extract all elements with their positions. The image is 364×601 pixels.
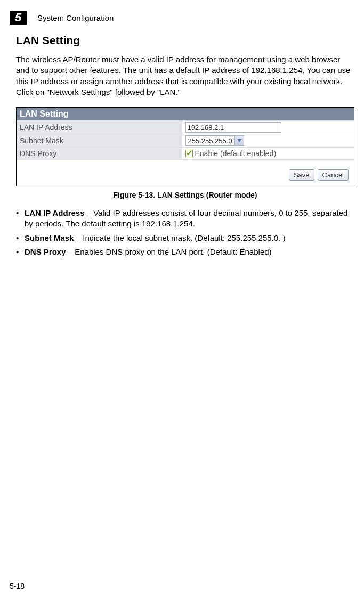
lan-setting-table: LAN IP Address Subnet Mask 255.255.255.0… <box>17 121 354 160</box>
list-item: • LAN IP Address – Valid IP addresses co… <box>16 208 354 230</box>
bullet-term: LAN IP Address <box>25 208 85 217</box>
bullet-dot-icon: • <box>16 233 25 243</box>
subnet-mask-select[interactable]: 255.255.255.0 <box>185 135 244 146</box>
bullet-list: • LAN IP Address – Valid IP addresses co… <box>16 208 354 257</box>
cancel-button[interactable]: Cancel <box>318 169 349 181</box>
dns-proxy-checkbox-label: Enable (default:enabled) <box>195 149 277 158</box>
save-button[interactable]: Save <box>289 169 314 181</box>
bullet-body: Subnet Mask – Indicate the local subnet … <box>25 233 354 243</box>
chevron-down-icon <box>234 136 244 145</box>
subnet-mask-value-cell: 255.255.255.0 <box>182 134 354 148</box>
subnet-mask-selected-value: 255.255.255.0 <box>186 137 234 145</box>
bullet-body: LAN IP Address – Valid IP addresses cons… <box>25 208 354 230</box>
page-number: 5-18 <box>10 582 25 590</box>
lan-ip-input[interactable] <box>185 122 281 133</box>
intro-paragraph: The wireless AP/Router must have a valid… <box>16 54 354 98</box>
list-item: • Subnet Mask – Indicate the local subne… <box>16 233 354 243</box>
list-item: • DNS Proxy – Enables DNS proxy on the L… <box>16 247 354 257</box>
subnet-mask-label: Subnet Mask <box>17 134 182 148</box>
dns-proxy-checkbox-wrap: Enable (default:enabled) <box>185 149 277 158</box>
dns-proxy-checkbox[interactable] <box>185 150 193 157</box>
row-lan-ip: LAN IP Address <box>17 121 354 134</box>
svg-marker-0 <box>237 139 241 142</box>
figure-caption: Figure 5-13. LAN Settings (Router mode) <box>16 191 354 199</box>
bullet-desc: – Enables DNS proxy on the LAN port. (De… <box>66 247 272 256</box>
lan-ip-value-cell <box>182 121 354 134</box>
figure-title-bar: LAN Setting <box>17 108 354 121</box>
bullet-dot-icon: • <box>16 247 25 257</box>
bullet-term: DNS Proxy <box>25 247 66 256</box>
dns-proxy-value-cell: Enable (default:enabled) <box>182 148 354 160</box>
dns-proxy-label: DNS Proxy <box>17 148 182 160</box>
figure-lan-setting: LAN Setting LAN IP Address Subnet Mask 2… <box>16 107 354 186</box>
lan-ip-label: LAN IP Address <box>17 121 182 134</box>
row-dns-proxy: DNS Proxy Enable (default:enabled) <box>17 148 354 160</box>
check-icon <box>186 150 192 156</box>
bullet-dot-icon: • <box>16 208 25 230</box>
row-subnet-mask: Subnet Mask 255.255.255.0 <box>17 134 354 148</box>
bullet-body: DNS Proxy – Enables DNS proxy on the LAN… <box>25 247 354 257</box>
figure-button-row: Save Cancel <box>17 160 354 186</box>
chapter-number-badge: 5 <box>10 11 27 25</box>
chapter-title: System Configuration <box>37 13 114 22</box>
page-header: 5 System Configuration <box>10 11 354 25</box>
section-heading: LAN Setting <box>16 34 354 47</box>
bullet-term: Subnet Mask <box>25 233 74 242</box>
bullet-desc: – Indicate the local subnet mask. (Defau… <box>74 233 286 242</box>
